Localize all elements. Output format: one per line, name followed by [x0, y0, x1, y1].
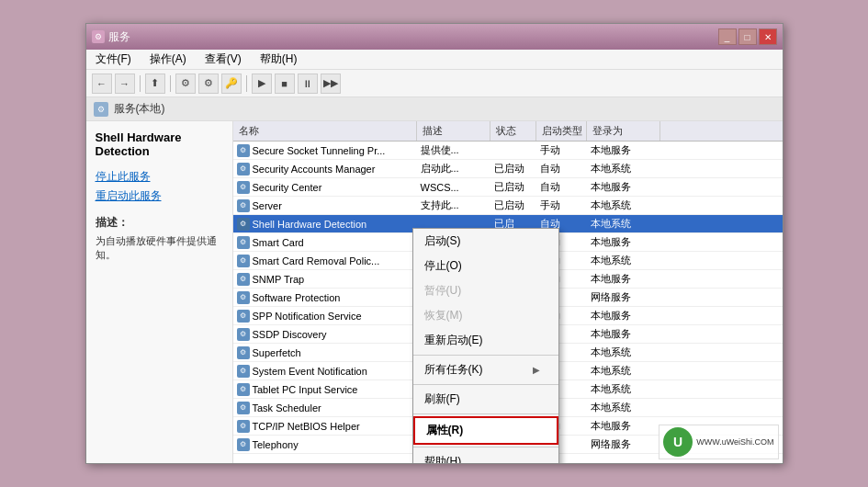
- menu-bar: 文件(F) 操作(A) 查看(V) 帮助(H): [86, 50, 783, 70]
- context-menu-item-label: 所有任务(K): [424, 362, 483, 378]
- context-menu-item-label: 属性(R): [426, 423, 464, 438]
- context-menu-item[interactable]: 帮助(H): [413, 449, 558, 463]
- back-button[interactable]: ←: [92, 74, 112, 94]
- up-button[interactable]: ⬆: [145, 74, 165, 94]
- service-icon: ⚙: [237, 402, 250, 414]
- service-startup-cell: 自动: [536, 162, 587, 176]
- watermark-logo: U: [663, 427, 693, 457]
- context-menu-item[interactable]: 属性(R): [413, 416, 558, 445]
- table-row[interactable]: ⚙Server支持此...已启动手动本地系统: [233, 197, 783, 215]
- service-name-cell: Secure Socket Tunneling Pr...: [253, 145, 386, 156]
- right-panel: 名称 描述 状态 启动类型 登录为 ⚙Secure Socket Tunneli…: [233, 121, 783, 463]
- context-menu-item[interactable]: 重新启动(E): [413, 328, 558, 353]
- service-icon: ⚙: [237, 365, 250, 378]
- desc-text: 为自动播放硬件事件提供通知。: [96, 234, 223, 263]
- service-login-cell: 本地服务: [587, 309, 660, 323]
- service-login-cell: 本地服务: [587, 143, 660, 157]
- settings-button-2[interactable]: ⚙: [198, 74, 219, 94]
- service-icon: ⚙: [237, 236, 250, 249]
- pause-button[interactable]: ⏸: [298, 74, 318, 94]
- service-name-cell: Task Scheduler: [253, 402, 321, 413]
- context-menu-item[interactable]: 启动(S): [413, 229, 558, 254]
- service-login-cell: 本地服务: [587, 327, 660, 341]
- service-icon: ⚙: [237, 328, 250, 341]
- context-menu-item[interactable]: 停止(O): [413, 254, 558, 278]
- col-header-login[interactable]: 登录为: [587, 121, 660, 141]
- restart-button[interactable]: ▶▶: [321, 74, 341, 94]
- close-button[interactable]: ✕: [759, 28, 777, 45]
- service-name-cell: Software Protection: [253, 292, 341, 303]
- service-login-cell: 本地服务: [587, 419, 660, 433]
- service-startup-cell: 自动: [536, 180, 587, 194]
- table-row[interactable]: ⚙Security CenterWSCS...已启动自动本地服务: [233, 178, 783, 197]
- col-header-status[interactable]: 状态: [490, 121, 536, 141]
- col-header-desc[interactable]: 描述: [417, 121, 490, 141]
- service-login-cell: 本地系统: [587, 345, 660, 359]
- service-login-cell: 本地系统: [587, 254, 660, 267]
- service-icon: ⚙: [237, 310, 250, 323]
- context-menu-separator: [413, 447, 558, 447]
- key-button[interactable]: 🔑: [221, 74, 242, 94]
- settings-button-1[interactable]: ⚙: [175, 74, 196, 94]
- toolbar-separator-2: [170, 75, 171, 92]
- window-icon: ⚙: [92, 30, 105, 43]
- service-icon: ⚙: [237, 438, 250, 451]
- service-name-cell: Telephony: [253, 439, 299, 450]
- stop-service-link[interactable]: 停止此服务: [96, 169, 223, 185]
- watermark: U WWW.uWeiShi.COM: [659, 425, 778, 459]
- watermark-url: WWW.uWeiShi.COM: [696, 437, 773, 447]
- table-row[interactable]: ⚙Secure Socket Tunneling Pr...提供使...手动本地…: [233, 142, 783, 160]
- service-icon: ⚙: [237, 291, 250, 304]
- maximize-button[interactable]: □: [738, 28, 757, 45]
- service-icon: ⚙: [237, 383, 250, 396]
- context-menu-separator: [413, 413, 558, 414]
- minimize-button[interactable]: _: [718, 28, 737, 45]
- context-menu-item[interactable]: 刷新(F): [413, 387, 558, 412]
- stop-button[interactable]: ■: [275, 74, 295, 94]
- service-desc-cell: 支持此...: [417, 198, 490, 212]
- service-name-cell: TCP/IP NetBIOS Helper: [253, 421, 360, 432]
- service-icon: ⚙: [237, 420, 250, 433]
- toolbar-separator-1: [140, 75, 141, 92]
- service-desc-cell: WSCS...: [417, 182, 490, 193]
- context-menu-item-label: 恢复(M): [424, 308, 463, 323]
- service-name-cell: System Event Notification: [253, 366, 367, 377]
- context-menu-item-label: 帮助(H): [424, 454, 462, 463]
- context-menu-item-label: 启动(S): [424, 233, 461, 249]
- desc-label: 描述：: [96, 215, 223, 231]
- context-menu-item-label: 刷新(F): [424, 391, 460, 407]
- menu-action[interactable]: 操作(A): [144, 50, 192, 69]
- service-name-cell: SNMP Trap: [253, 274, 305, 285]
- context-menu: 启动(S)停止(O)暂停(U)恢复(M)重新启动(E)所有任务(K)▶刷新(F)…: [412, 228, 559, 463]
- service-startup-cell: 手动: [536, 143, 587, 157]
- service-name-cell: SPP Notification Service: [253, 311, 362, 322]
- service-name-cell: Superfetch: [253, 347, 301, 358]
- menu-help[interactable]: 帮助(H): [254, 50, 303, 69]
- service-name-cell: Security Center: [253, 182, 322, 193]
- service-startup-cell: 手动: [536, 198, 587, 212]
- table-row[interactable]: ⚙Security Accounts Manager启动此...已启动自动本地系…: [233, 160, 783, 178]
- col-header-startup[interactable]: 启动类型: [536, 121, 587, 141]
- forward-button[interactable]: →: [115, 74, 135, 94]
- service-name-cell: Server: [253, 200, 282, 211]
- menu-view[interactable]: 查看(V): [199, 50, 247, 69]
- context-menu-item-label: 重新启动(E): [424, 333, 483, 348]
- main-window: ⚙ 服务 _ □ ✕ 文件(F) 操作(A) 查看(V) 帮助(H) ← → ⬆…: [85, 23, 783, 464]
- selected-service-name: Shell Hardware Detection: [96, 130, 223, 158]
- menu-file[interactable]: 文件(F): [90, 50, 137, 69]
- title-bar-left: ⚙ 服务: [92, 29, 130, 45]
- service-icon: ⚙: [237, 181, 250, 194]
- service-login-cell: 本地服务: [587, 272, 660, 286]
- service-status-cell: 已启动: [490, 180, 536, 194]
- service-icon: ⚙: [237, 199, 250, 212]
- left-panel: Shell Hardware Detection 停止此服务 重启动此服务 描述…: [86, 121, 233, 463]
- col-header-name[interactable]: 名称: [233, 121, 417, 141]
- address-text: 服务(本地): [114, 101, 165, 117]
- service-status-cell: 已启动: [490, 162, 536, 176]
- play-button[interactable]: ▶: [252, 74, 272, 94]
- column-headers: 名称 描述 状态 启动类型 登录为: [233, 121, 783, 142]
- restart-service-link[interactable]: 重启动此服务: [96, 188, 223, 204]
- context-menu-item[interactable]: 所有任务(K)▶: [413, 357, 558, 382]
- service-login-cell: 网络服务: [587, 290, 660, 304]
- toolbar-separator-3: [246, 75, 247, 92]
